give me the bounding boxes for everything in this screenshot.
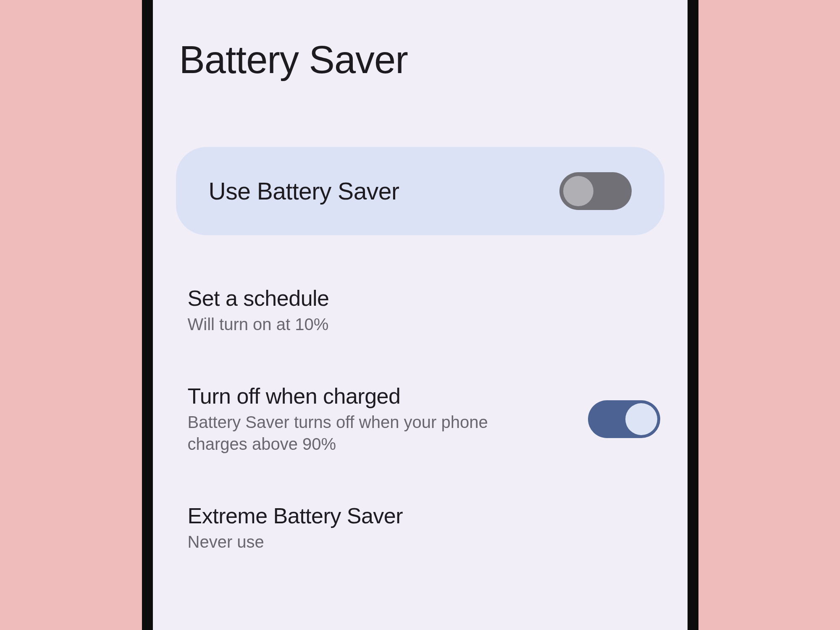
device-frame: Battery Saver Use Battery Saver Set a sc… [142,0,698,630]
toggle-thumb-icon [625,403,657,435]
use-battery-saver-toggle[interactable] [559,172,632,210]
extreme-battery-saver-row[interactable]: Extreme Battery Saver Never use [176,503,664,553]
use-battery-saver-row[interactable]: Use Battery Saver [176,147,664,235]
set-schedule-text: Set a schedule Will turn on at 10% [188,286,329,335]
set-schedule-row[interactable]: Set a schedule Will turn on at 10% [176,286,664,335]
settings-screen: Battery Saver Use Battery Saver Set a sc… [153,0,688,630]
extreme-battery-saver-text: Extreme Battery Saver Never use [188,503,403,553]
toggle-thumb-icon [563,176,593,206]
use-battery-saver-label: Use Battery Saver [209,177,399,205]
extreme-battery-saver-title: Extreme Battery Saver [188,503,403,528]
turn-off-when-charged-toggle[interactable] [588,400,660,438]
page-title: Battery Saver [176,38,664,82]
extreme-battery-saver-subtitle: Never use [188,531,403,553]
turn-off-when-charged-text: Turn off when charged Battery Saver turn… [188,383,515,455]
turn-off-when-charged-title: Turn off when charged [188,383,515,409]
turn-off-when-charged-subtitle: Battery Saver turns off when your phone … [188,411,515,455]
turn-off-when-charged-row[interactable]: Turn off when charged Battery Saver turn… [176,383,664,455]
set-schedule-subtitle: Will turn on at 10% [188,313,329,335]
set-schedule-title: Set a schedule [188,286,329,311]
